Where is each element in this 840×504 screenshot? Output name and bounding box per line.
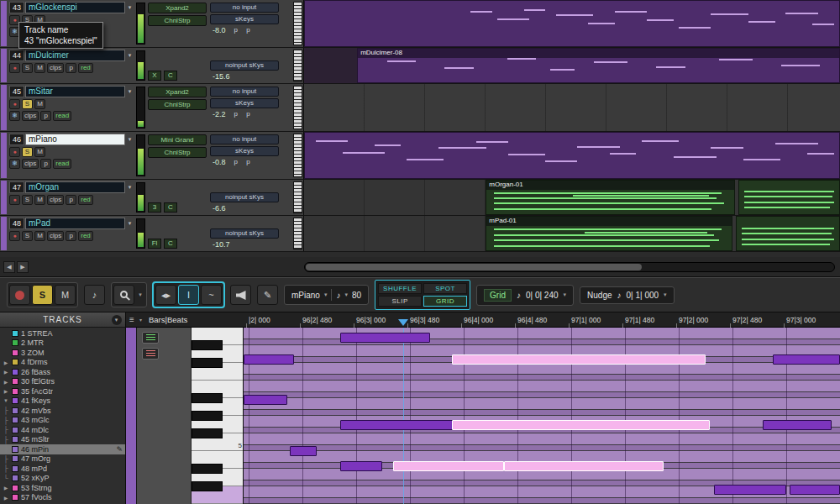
grid-label[interactable]: Grid — [484, 289, 512, 302]
solo-button[interactable]: S — [22, 147, 33, 157]
io-selector[interactable]: noinput sKys — [210, 192, 279, 202]
record-enable-button[interactable]: ● — [9, 231, 20, 241]
piano-key-black[interactable] — [192, 411, 223, 421]
piano-key-black[interactable] — [192, 358, 223, 368]
pan-button[interactable]: p — [40, 111, 51, 121]
insert-slot-button[interactable]: Xpand2 — [148, 87, 207, 97]
nudge-note-icon[interactable]: ♪ — [617, 291, 622, 300]
input-selector[interactable]: no input — [210, 3, 279, 13]
volume-display[interactable]: -8.0 — [213, 26, 226, 34]
ruler-tick-label[interactable]: 97|2| 000 — [679, 316, 708, 324]
automation-mode-button[interactable]: read — [53, 111, 71, 121]
sidebar-track-item[interactable]: └52 xKyP — [0, 474, 125, 484]
input-selector[interactable]: no input — [210, 134, 279, 144]
chevron-down-icon[interactable]: ▾ — [324, 291, 328, 298]
midi-note[interactable] — [290, 446, 317, 456]
track-name-dropdown-icon[interactable]: ▾ — [126, 50, 134, 61]
piano-key-black[interactable] — [192, 393, 223, 403]
midi-note[interactable] — [340, 461, 382, 471]
trim-tool-button[interactable]: ◂▸ — [155, 285, 176, 305]
track-name-dropdown-icon[interactable]: ▾ — [126, 218, 134, 229]
track-name[interactable]: mSitar — [25, 86, 125, 97]
sidebar-track-item[interactable]: 1 STREA — [0, 328, 125, 339]
midi-note[interactable] — [504, 461, 664, 471]
grid-value[interactable]: 0| 0| 240 — [526, 291, 559, 300]
midi-note[interactable] — [393, 461, 504, 471]
pan-button[interactable]: p — [40, 159, 51, 169]
note-grid[interactable] — [244, 328, 840, 504]
io-selector[interactable]: noinput sKys — [210, 228, 279, 239]
horizontal-scrollbar[interactable]: ◀ ▶ — [0, 257, 840, 277]
track-name[interactable]: mOrgan — [25, 181, 125, 193]
chevron-down-icon[interactable]: ▾ — [564, 291, 567, 298]
ruler-label[interactable]: Bars|Beats — [149, 315, 187, 324]
track-lane[interactable]: mPad-01 — [304, 216, 840, 251]
pan-button[interactable]: p — [66, 231, 76, 241]
sidebar-track-item[interactable]: ├44 mDlc — [0, 425, 125, 435]
track-lane[interactable] — [304, 84, 840, 131]
ruler-tick-label[interactable]: 96|2| 480 — [302, 316, 332, 324]
sidebar-track-item[interactable]: ├47 mOrg — [0, 454, 125, 465]
disclosure-triangle[interactable]: ▶ — [3, 379, 9, 385]
mute-button[interactable]: M — [34, 147, 45, 157]
mute-button[interactable]: M — [55, 285, 76, 305]
volume-display[interactable]: -2.2 — [213, 110, 226, 118]
instrument-selector[interactable]: mPiano — [291, 291, 320, 300]
sidebar-track-item[interactable]: ▶4 fDrms — [0, 358, 125, 368]
zoom-dropdown-icon[interactable]: ▾ — [136, 291, 144, 298]
track-view-selector[interactable]: clps — [47, 63, 64, 73]
midi-note[interactable] — [340, 420, 469, 430]
ruler-tick-label[interactable]: 97|1| 480 — [625, 316, 654, 324]
output-selector[interactable]: sKeys — [210, 98, 279, 108]
track-view-selector[interactable]: clps — [22, 159, 39, 169]
sidebar-track-item[interactable]: ▶53 fStrng — [0, 483, 125, 493]
volume-display[interactable]: -15.6 — [213, 72, 230, 81]
ruler-tick-label[interactable]: 96|4| 000 — [464, 316, 493, 324]
midi-clip[interactable] — [304, 132, 840, 179]
io-selector[interactable]: noinput sKys — [210, 60, 279, 71]
sidebar-track-item[interactable]: ▼41 fKeys — [0, 396, 125, 407]
piano-key-black[interactable] — [192, 464, 223, 474]
output-selector[interactable]: sKeys — [210, 14, 279, 24]
track-lane[interactable]: mOrgan-01 — [304, 180, 840, 215]
scrollbar-thumb[interactable] — [306, 264, 642, 270]
insert-slot-button[interactable]: 3 — [148, 202, 161, 213]
mute-button[interactable]: M — [34, 195, 45, 205]
ruler-dropdown-icon[interactable]: ▾ — [139, 317, 142, 323]
sidebar-track-item[interactable]: ├43 mGlc — [0, 416, 125, 426]
pan-button[interactable]: p — [66, 63, 76, 73]
track-name-dropdown-icon[interactable]: ▾ — [126, 134, 134, 145]
mode-grid-button[interactable]: GRID — [423, 296, 467, 307]
insert-slot-button[interactable]: C — [164, 202, 177, 213]
scroll-right-button[interactable]: ▶ — [17, 261, 29, 273]
ruler-tick-label[interactable]: 96|3| 480 — [410, 316, 439, 324]
selector-tool-button[interactable]: I — [178, 285, 199, 305]
midi-note[interactable] — [790, 485, 840, 495]
piano-key-black[interactable] — [192, 481, 223, 491]
track-lane[interactable] — [304, 0, 840, 47]
freeze-button[interactable]: ❄ — [9, 159, 20, 169]
piano-key-black[interactable] — [192, 428, 223, 438]
disclosure-triangle[interactable]: ▶ — [3, 360, 9, 365]
ruler-tick-label[interactable]: 97|1| 000 — [571, 316, 601, 324]
track-view-selector[interactable]: clps — [47, 231, 64, 241]
notes-lane-button[interactable] — [142, 332, 159, 344]
midi-clip[interactable]: mOrgan-01 — [486, 180, 735, 215]
controller-lane-button[interactable] — [142, 348, 159, 360]
mute-button[interactable]: M — [34, 231, 45, 241]
mode-shuffle-button[interactable]: SHUFFLE — [378, 283, 422, 294]
insert-slot-button[interactable]: ChnlStrp — [148, 99, 207, 110]
sidebar-track-item[interactable]: ▶35 fAcGtr — [0, 386, 125, 396]
automation-mode-button[interactable]: read — [53, 159, 71, 169]
mute-button[interactable]: M — [34, 63, 45, 73]
nudge-label[interactable]: Nudge — [587, 291, 612, 300]
track-name[interactable]: mGlockenspi — [25, 2, 125, 13]
insert-slot-button[interactable]: Mini Grand — [148, 134, 207, 145]
pencil-tool-button[interactable]: ✎ — [257, 285, 278, 305]
piano-keyboard[interactable]: 5 — [192, 328, 244, 504]
sidebar-track-item[interactable]: ├45 mSltr — [0, 435, 125, 445]
piano-key-black[interactable] — [192, 340, 223, 350]
tempo-value[interactable]: 80 — [352, 291, 361, 300]
track-name[interactable]: mPiano — [25, 134, 125, 145]
scrollbar-track[interactable] — [304, 262, 835, 272]
